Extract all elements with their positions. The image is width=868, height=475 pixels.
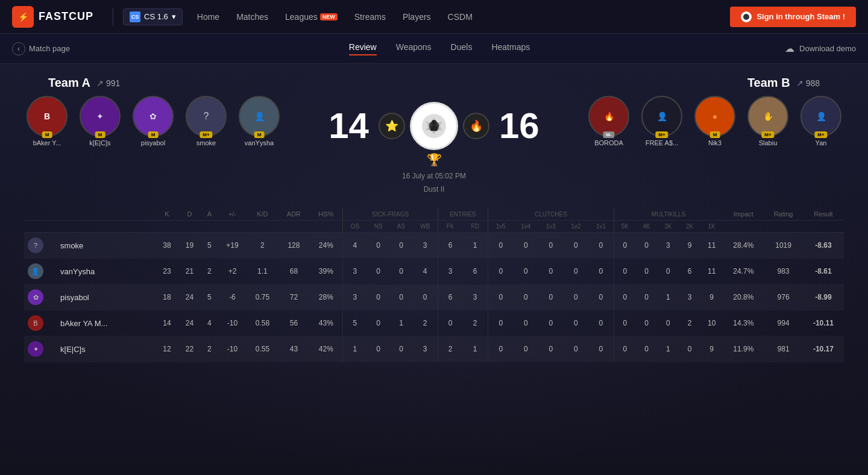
nav-csdm[interactable]: CSDM — [448, 12, 473, 22]
stat-ns: 0 — [367, 259, 390, 285]
stat-1v2: 0 — [564, 336, 588, 362]
stat-1k: 9 — [700, 336, 723, 362]
stat-impact: 28.4% — [723, 233, 764, 259]
th-clutches: CLUTCHES — [488, 208, 614, 221]
table-row[interactable]: 👤 vanYysha23212+21.16839%300436000000006… — [24, 259, 844, 285]
stat-as: 1 — [390, 310, 412, 336]
rank-badge: M+ — [761, 131, 774, 138]
stat-adr: 68 — [278, 259, 309, 285]
stat-hs: 42% — [309, 336, 342, 362]
team-b-header: Team B ↗ 988 — [747, 76, 820, 90]
stat-as: 0 — [390, 259, 412, 285]
th-entries: ENTRIES — [438, 208, 488, 221]
stat-d: 24 — [178, 310, 201, 336]
player-name: BORODA — [594, 139, 623, 146]
stat-3k: 1 — [658, 285, 679, 310]
stat-k: 38 — [156, 233, 178, 259]
stat-1v5: 0 — [488, 285, 513, 310]
logo-block[interactable]: ⚡ FASTCUP — [12, 6, 93, 28]
stat-result: -10.11 — [803, 310, 844, 336]
back-label: Match page — [29, 44, 70, 53]
stat-kd: 2 — [247, 233, 278, 259]
stat-3k: 1 — [658, 336, 679, 362]
stat-4k: 0 — [636, 310, 658, 336]
game-selector[interactable]: CS CS 1.6 ▾ — [123, 8, 183, 25]
player-block-yan[interactable]: 👤M+Yan — [798, 96, 844, 146]
player-avatar-cell: 👤 — [24, 259, 58, 285]
nav-home[interactable]: Home — [197, 12, 219, 22]
team-a-players: BMbAker Y...✦Mk[E|C]s✿Mpisyabol?M+smoke👤… — [24, 96, 282, 146]
team-b-rating: ↗ 988 — [796, 78, 820, 88]
player-block-boroda[interactable]: 🔥M-BORODA — [586, 96, 632, 146]
stat-impact: 11.9% — [723, 336, 764, 362]
stat-1v5: 0 — [488, 336, 513, 362]
table-row[interactable]: ? smoke38195+19212824%400361000000039112… — [24, 233, 844, 259]
player-block-vanyysha[interactable]: 👤MvanYysha — [236, 96, 282, 146]
stat-rating: 994 — [764, 310, 803, 336]
th-result: Result — [803, 208, 844, 221]
steam-icon — [741, 11, 752, 22]
rank-badge: M — [148, 131, 159, 138]
player-name: Nik3 — [708, 139, 722, 146]
stat-fd: 2 — [462, 310, 488, 336]
score-row: 14 ⭐ 🔥 — [329, 102, 539, 150]
tab-duels[interactable]: Duels — [451, 42, 473, 55]
stat-1v2: 0 — [564, 233, 588, 259]
th-multikills: MULTIKILLS — [614, 208, 723, 221]
tab-heatmaps[interactable]: Heatmaps — [491, 42, 530, 55]
main-content: Team A ↗ 991 Team B ↗ 988 BMbAker Y...✦M… — [0, 64, 868, 475]
table-row[interactable]: ✿ pisyabol18245-60.757228%30006300000001… — [24, 285, 844, 310]
player-block-smoke[interactable]: ?M+smoke — [183, 96, 229, 146]
table-row[interactable]: B bAker YA M...14244-100.585643%50120200… — [24, 310, 844, 336]
back-arrow-icon: ‹ — [12, 42, 25, 55]
stat-1v1: 0 — [588, 336, 614, 362]
map-icon-left: ⭐ — [379, 113, 405, 139]
download-button[interactable]: ☁ Download demo — [785, 43, 856, 54]
avatar-k[E|C]s: ✦ — [80, 96, 121, 137]
player-block-slabiu[interactable]: ✋M+Slabiu — [745, 96, 791, 146]
center-score: 14 ⭐ 🔥 — [329, 96, 539, 193]
player-block-nik3[interactable]: ●MNik3 — [692, 96, 738, 146]
avatar-Slabiu: ✋ — [747, 96, 788, 137]
stat-fd: 1 — [462, 233, 488, 259]
logo-text: FASTCUP — [39, 10, 93, 23]
signin-button[interactable]: Sign in through Steam ! — [730, 7, 856, 27]
nav-players[interactable]: Players — [403, 12, 431, 22]
table-row[interactable]: ✦ k[E|C]s12222-100.554342%10032100000001… — [24, 336, 844, 362]
avatar-FREE A$...: 👤 — [641, 96, 682, 137]
stat-k: 12 — [156, 336, 178, 362]
player-block-k[e|c]s[interactable]: ✦Mk[E|C]s — [77, 96, 123, 146]
rank-badge: M+ — [655, 131, 668, 138]
stat-adr: 43 — [278, 336, 309, 362]
back-button[interactable]: ‹ Match page — [12, 42, 70, 55]
nav-matches[interactable]: Matches — [236, 12, 268, 22]
nav-leagues[interactable]: Leagues NEW — [285, 12, 338, 22]
stat-os: 1 — [343, 336, 367, 362]
stat-3k: 0 — [658, 310, 679, 336]
stat-d: 24 — [178, 285, 201, 310]
player-block-baker-y...[interactable]: BMbAker Y... — [24, 96, 70, 146]
stat-1v3: 0 — [538, 233, 563, 259]
stat-hs: 24% — [309, 233, 342, 259]
avatar-vanYysha: 👤 — [239, 96, 280, 137]
stat-1v2: 0 — [564, 310, 588, 336]
tab-weapons[interactable]: Weapons — [396, 42, 432, 55]
subnav-tabs: Review Weapons Duels Heatmaps — [94, 42, 785, 55]
rank-badge: M — [42, 131, 52, 138]
rank-badge: M+ — [200, 131, 212, 138]
player-name-cell: k[E|C]s — [58, 336, 156, 362]
stat-result: -10.17 — [803, 336, 844, 362]
stat-1v1: 0 — [588, 310, 614, 336]
th-d: D — [178, 208, 201, 221]
player-block-pisyabol[interactable]: ✿Mpisyabol — [130, 96, 176, 146]
stat-rating: 976 — [764, 285, 803, 310]
player-block-free-a$...[interactable]: 👤M+FREE A$... — [639, 96, 685, 146]
player-name: pisyabol — [141, 139, 165, 146]
tab-review[interactable]: Review — [349, 42, 377, 55]
nav-streams[interactable]: Streams — [354, 12, 386, 22]
stat-fk: 6 — [438, 285, 462, 310]
player-name: k[E|C]s — [89, 139, 110, 146]
nav-divider — [113, 8, 113, 26]
stat-1v4: 0 — [514, 259, 538, 285]
team-b-score: 16 — [499, 108, 539, 144]
